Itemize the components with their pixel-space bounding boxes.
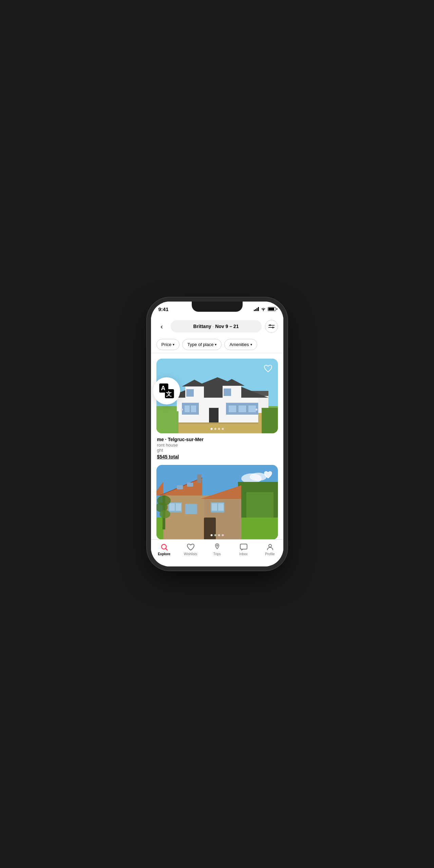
battery-icon bbox=[268, 307, 276, 311]
svg-rect-52 bbox=[169, 503, 175, 511]
svg-rect-64 bbox=[187, 483, 193, 487]
svg-rect-19 bbox=[224, 388, 231, 396]
back-button[interactable]: ‹ bbox=[156, 321, 167, 332]
nav-wishlists[interactable]: Wishlists bbox=[177, 543, 204, 556]
filter-pill-price-label: Price bbox=[162, 342, 172, 347]
trips-airbnb-icon bbox=[213, 543, 221, 551]
explore-search-icon bbox=[160, 543, 168, 551]
svg-point-28 bbox=[181, 409, 183, 411]
svg-text:A: A bbox=[161, 384, 165, 392]
svg-point-29 bbox=[256, 409, 258, 411]
svg-rect-32 bbox=[262, 408, 278, 433]
nav-inbox[interactable]: Inbox bbox=[230, 543, 257, 556]
dot-2 bbox=[214, 428, 216, 430]
dot-3 bbox=[218, 428, 220, 430]
filter-pill-amenities[interactable]: Amenities ▾ bbox=[224, 339, 257, 350]
header: ‹ Brittany · Nov 9 – 21 bbox=[151, 317, 283, 336]
filter-pill-type-of-place[interactable]: Type of place ▾ bbox=[182, 339, 222, 350]
svg-point-69 bbox=[269, 544, 271, 547]
phone-frame: 9:41 ‹ bbox=[151, 302, 283, 566]
svg-line-66 bbox=[166, 549, 167, 550]
svg-rect-53 bbox=[176, 503, 181, 511]
wishlists-label: Wishlists bbox=[184, 552, 197, 556]
filter-pills-bar: Price ▾ Type of place ▾ Amenities ▾ bbox=[151, 336, 283, 353]
svg-rect-21 bbox=[182, 403, 199, 415]
nav-explore[interactable]: Explore bbox=[151, 543, 177, 556]
listing1-price: $545 total bbox=[157, 454, 277, 459]
listings-container[interactable]: A 文 me · Telgruc-sur-Mer ront house ght bbox=[151, 353, 283, 539]
notch bbox=[192, 302, 243, 312]
filter-sliders-icon bbox=[268, 324, 275, 329]
wifi-icon bbox=[261, 307, 266, 311]
bottom-nav: Explore Wishlists Trips bbox=[151, 539, 283, 566]
filter-pill-amenities-label: Amenities bbox=[229, 342, 249, 347]
wishlists-heart-icon bbox=[187, 543, 195, 551]
svg-rect-48 bbox=[197, 474, 201, 483]
listing1-price-total: $545 total bbox=[157, 454, 179, 459]
nav-trips[interactable]: Trips bbox=[204, 543, 230, 556]
dot-4 bbox=[222, 428, 224, 430]
svg-text:文: 文 bbox=[166, 391, 172, 397]
listing-info-1: me · Telgruc-sur-Mer ront house ght $545… bbox=[156, 433, 278, 459]
svg-rect-26 bbox=[239, 405, 246, 412]
listing-card-2 bbox=[156, 465, 278, 539]
price-chevron-icon: ▾ bbox=[173, 343, 174, 346]
translate-popup[interactable]: A 文 bbox=[153, 377, 180, 404]
svg-rect-57 bbox=[212, 503, 217, 511]
svg-rect-63 bbox=[177, 485, 183, 489]
filter-pill-price[interactable]: Price ▾ bbox=[156, 339, 180, 350]
heart-filled-icon-2 bbox=[264, 471, 272, 479]
search-pill[interactable]: Brittany · Nov 9 – 21 bbox=[171, 320, 262, 332]
svg-rect-30 bbox=[177, 422, 258, 424]
status-icons bbox=[254, 307, 276, 311]
listing2-dots bbox=[210, 534, 224, 536]
listing1-location: me · Telgruc-sur-Mer bbox=[157, 437, 204, 442]
heart-outline-icon-1 bbox=[264, 364, 272, 373]
svg-rect-23 bbox=[191, 405, 196, 412]
listing1-date: ght bbox=[157, 448, 277, 453]
house2-illustration bbox=[156, 465, 278, 539]
listing-image-2[interactable] bbox=[156, 465, 278, 539]
nav-profile[interactable]: Profile bbox=[257, 543, 283, 556]
svg-rect-22 bbox=[185, 405, 190, 412]
dot-1 bbox=[210, 428, 212, 430]
svg-rect-16 bbox=[186, 389, 194, 397]
svg-rect-58 bbox=[218, 503, 224, 511]
inbox-label: Inbox bbox=[239, 552, 247, 556]
listing-card-1: A 文 me · Telgruc-sur-Mer ront house ght bbox=[156, 359, 278, 459]
wishlist-button-1[interactable] bbox=[262, 363, 274, 374]
search-pill-text: Brittany · Nov 9 – 21 bbox=[193, 324, 239, 329]
wishlist-button-2[interactable] bbox=[262, 469, 274, 481]
filter-button[interactable] bbox=[265, 320, 278, 333]
svg-rect-20 bbox=[209, 408, 219, 423]
status-time: 9:41 bbox=[158, 306, 169, 312]
translate-icon: A 文 bbox=[158, 382, 175, 399]
amenities-chevron-icon: ▾ bbox=[250, 343, 252, 346]
filter-pill-type-label: Type of place bbox=[187, 342, 213, 347]
dot2-1 bbox=[210, 534, 212, 536]
dot2-4 bbox=[222, 534, 224, 536]
svg-rect-31 bbox=[156, 411, 178, 433]
svg-rect-27 bbox=[248, 405, 256, 412]
inbox-chat-icon bbox=[240, 543, 248, 551]
dot2-2 bbox=[214, 534, 216, 536]
svg-point-67 bbox=[216, 545, 218, 546]
type-chevron-icon: ▾ bbox=[215, 343, 216, 346]
listing1-title-row: me · Telgruc-sur-Mer bbox=[157, 437, 277, 442]
listing1-dots bbox=[210, 428, 224, 430]
svg-point-0 bbox=[263, 310, 264, 311]
profile-person-icon bbox=[266, 543, 274, 551]
svg-rect-54 bbox=[185, 504, 197, 514]
listing1-subtitle: ront house bbox=[157, 442, 277, 448]
screen: ‹ Brittany · Nov 9 – 21 bbox=[151, 317, 283, 566]
svg-rect-25 bbox=[229, 405, 236, 412]
signal-icon bbox=[254, 307, 259, 311]
svg-rect-68 bbox=[240, 544, 247, 549]
trips-label: Trips bbox=[213, 552, 221, 556]
svg-point-62 bbox=[159, 510, 170, 518]
back-chevron-icon: ‹ bbox=[161, 323, 163, 330]
dot2-3 bbox=[218, 534, 220, 536]
explore-label: Explore bbox=[158, 552, 170, 556]
profile-label: Profile bbox=[265, 552, 275, 556]
